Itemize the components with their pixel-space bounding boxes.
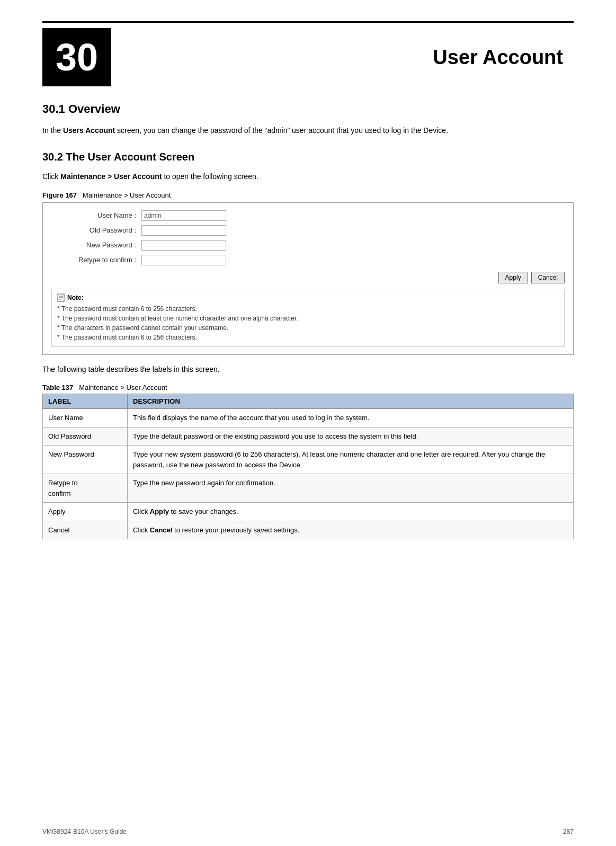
col-description: DESCRIPTION: [128, 394, 574, 409]
note-item-4: * The password must contain 6 to 256 cha…: [57, 333, 559, 342]
section1-body: In the Users Account screen, you can cha…: [42, 124, 574, 136]
label-username: User Name :: [51, 211, 141, 219]
note-title: Note:: [67, 294, 84, 301]
chapter-title: User Account: [127, 46, 574, 69]
cancel-button[interactable]: Cancel: [531, 272, 565, 283]
input-username[interactable]: [141, 210, 226, 221]
figure-label: Figure 167 Maintenance > User Account: [42, 191, 574, 199]
table-label: Table 137 Maintenance > User Account: [42, 384, 574, 391]
note-item-3: * The characters in password cannot cont…: [57, 323, 559, 333]
table-row: ApplyClick Apply to save your changes.: [43, 503, 574, 521]
table-row: New PasswordType your new system passwor…: [43, 446, 574, 474]
label-retype: Retype to confirm :: [51, 256, 141, 264]
form-row-new-password: New Password :: [51, 240, 565, 251]
table-cell-label: User Name: [43, 409, 128, 428]
table-row: CancelClick Cancel to restore your previ…: [43, 521, 574, 539]
table-cell-description: Type the new password again for confirma…: [128, 474, 574, 503]
input-retype[interactable]: [141, 255, 226, 265]
page-footer: VMG8924-B10A User's Guide 287: [0, 828, 616, 835]
button-row: Apply Cancel: [51, 272, 565, 283]
table-row: User NameThis field displays the name of…: [43, 409, 574, 428]
footer-left: VMG8924-B10A User's Guide: [42, 828, 127, 835]
table-cell-description: This field displays the name of the acco…: [128, 409, 574, 428]
label-old-password: Old Password :: [51, 226, 141, 234]
table-row: Old PasswordType the default password or…: [43, 427, 574, 446]
col-label: LABEL: [43, 394, 128, 409]
table-row: Retype to confirmType the new password a…: [43, 474, 574, 503]
input-new-password[interactable]: [141, 240, 226, 251]
form-row-old-password: Old Password :: [51, 225, 565, 236]
note-box: Note: * The password must contain 6 to 2…: [51, 289, 565, 347]
note-item-2: * The password must contain at least one…: [57, 314, 559, 323]
form-row-username: User Name :: [51, 210, 565, 221]
chapter-header: 30 User Account: [42, 21, 574, 86]
table-cell-label: Cancel: [43, 521, 128, 539]
table-cell-description: Click Cancel to restore your previously …: [128, 521, 574, 539]
table-cell-label: Apply: [43, 503, 128, 521]
section2-intro: Click Maintenance > User Account to open…: [42, 171, 574, 182]
table-cell-description: Type your new system password (6 to 256 …: [128, 446, 574, 474]
apply-button[interactable]: Apply: [498, 272, 528, 283]
screenshot-box: User Name : Old Password : New Password …: [42, 202, 574, 355]
input-old-password[interactable]: [141, 225, 226, 236]
note-header: Note:: [57, 293, 559, 302]
table-cell-description: Type the default password or the existin…: [128, 427, 574, 446]
note-item-1: * The password must contain 6 to 256 cha…: [57, 304, 559, 314]
table-cell-label: Old Password: [43, 427, 128, 446]
section2-heading: 30.2 The User Account Screen: [42, 151, 574, 163]
table-cell-label: Retype to confirm: [43, 474, 128, 503]
data-table: LABEL DESCRIPTION User NameThis field di…: [42, 394, 574, 539]
section1-heading: 30.1 Overview: [42, 102, 574, 116]
label-new-password: New Password :: [51, 241, 141, 249]
table-cell-description: Click Apply to save your changes.: [128, 503, 574, 521]
table-cell-label: New Password: [43, 446, 128, 474]
chapter-number: 30: [42, 28, 111, 86]
table-header-row: LABEL DESCRIPTION: [43, 394, 574, 409]
note-icon: [57, 293, 65, 302]
after-text: The following table describes the labels…: [42, 363, 574, 375]
footer-right: 287: [563, 828, 574, 835]
form-row-retype: Retype to confirm :: [51, 255, 565, 265]
